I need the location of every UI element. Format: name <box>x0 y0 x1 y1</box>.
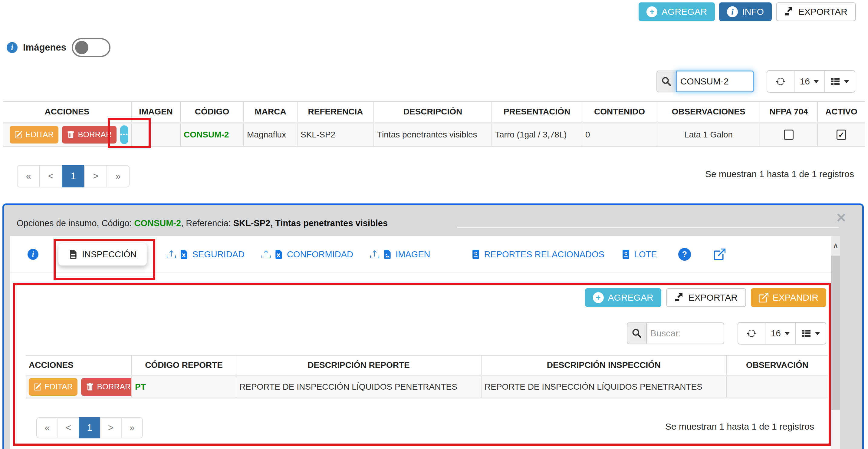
panel-title-middle: , Referencia: <box>181 218 233 228</box>
help-icon[interactable]: ? <box>678 248 691 261</box>
expand-icon <box>759 293 768 302</box>
activo-checkbox[interactable]: ✓ <box>837 129 846 140</box>
cell-imagen <box>131 123 180 146</box>
inner-records-summary: Se muestran 1 hasta 1 de 1 registros <box>665 421 814 432</box>
more-options-button[interactable]: ••• <box>120 125 128 144</box>
panel-tabs-row: i INSPECCIÓN <box>10 236 831 273</box>
inner-exportar-button[interactable]: EXPORTAR <box>666 288 746 307</box>
insumos-table: ACCIONES IMAGEN CÓDIGO MARCA REFERENCIA … <box>3 101 865 147</box>
ellipsis-icon: ••• <box>120 131 128 138</box>
panel-title-reference: SKL-SP2, Tintas penetrantes visibles <box>234 218 388 228</box>
cell-descripcion-inspeccion: REPORTE DE INSPECCIÓN LÍQUIDOS PENETRANT… <box>481 376 726 398</box>
exportar-label: EXPORTAR <box>798 7 847 17</box>
cell-marca: Magnaflux <box>244 123 297 146</box>
inner-agregar-label: AGREGAR <box>608 293 653 303</box>
inner-editar-button[interactable]: EDITAR <box>29 378 78 396</box>
main-pagination: « < 1 > » <box>17 165 129 187</box>
inner-toolbar: + AGREGAR EXPORTAR EXPANDIR <box>585 288 826 307</box>
inner-search-row: 16 <box>627 322 826 345</box>
panel-scrollbar[interactable]: ∧ <box>831 236 840 449</box>
export-icon <box>675 293 684 302</box>
nfpa-checkbox[interactable] <box>784 129 794 140</box>
tab-inspeccion[interactable]: INSPECCIÓN <box>58 243 147 266</box>
opciones-insumo-panel: Opciones de insumo, Código: CONSUM-2, Re… <box>2 204 864 449</box>
panel-body: i INSPECCIÓN <box>10 236 840 449</box>
upload-icon <box>167 249 176 259</box>
tab-reportes-relacionados[interactable]: REPORTES RELACIONADOS <box>471 249 604 260</box>
tab-seguridad-label: SEGURIDAD <box>192 249 244 260</box>
header-referencia: REFERENCIA <box>297 101 374 123</box>
tabs-info-icon[interactable]: i <box>28 249 38 260</box>
inner-refresh-button[interactable] <box>738 322 766 345</box>
editar-button[interactable]: EDITAR <box>10 126 58 144</box>
inner-page-size-dropdown[interactable]: 16 <box>765 322 796 345</box>
search-icon <box>661 77 671 86</box>
tab-seguridad[interactable]: SEGURIDAD <box>167 249 244 260</box>
inner-borrar-label: BORRAR <box>97 382 130 391</box>
inner-page-last-button[interactable]: » <box>121 417 143 439</box>
passport-icon <box>471 249 480 259</box>
columns-dropdown[interactable] <box>825 70 855 93</box>
plus-circle-icon: + <box>593 292 604 303</box>
info-button[interactable]: i INFO <box>719 2 772 21</box>
inner-table-row: EDITAR BORRAR PT REPORTE DE INSPECCIÓN L… <box>26 376 828 398</box>
header-observaciones: OBSERVACIONES <box>657 101 760 123</box>
plus-circle-icon: + <box>647 6 657 17</box>
header-marca: MARCA <box>244 101 297 123</box>
page-next-button[interactable]: > <box>84 165 107 187</box>
codigo-value: CONSUM-2 <box>184 130 229 139</box>
cell-activo: ✓ <box>817 123 865 146</box>
caret-down-icon <box>784 332 790 335</box>
inner-page-1-button[interactable]: 1 <box>79 417 100 439</box>
header-descripcion: DESCRIPCIÓN <box>374 101 492 123</box>
upload-icon <box>370 249 379 259</box>
header-contenido: CONTENIDO <box>582 101 657 123</box>
trash-icon <box>86 383 94 391</box>
main-search-row: 16 <box>656 70 855 93</box>
borrar-button[interactable]: BORRAR <box>62 126 116 144</box>
open-external-button[interactable] <box>714 248 725 260</box>
expandir-button[interactable]: EXPANDIR <box>751 288 826 307</box>
page-first-button[interactable]: « <box>17 165 40 187</box>
inner-exportar-label: EXPORTAR <box>688 293 738 303</box>
inner-borrar-button[interactable]: BORRAR <box>81 378 132 396</box>
tab-lote[interactable]: LOTE <box>621 249 657 260</box>
file-excel-icon <box>180 249 189 259</box>
images-toggle-switch[interactable] <box>72 38 111 57</box>
external-link-icon <box>714 248 725 260</box>
info-label: INFO <box>742 7 764 17</box>
exportar-button[interactable]: EXPORTAR <box>776 2 856 21</box>
panel-title-prefix: Opciones de insumo, Código: <box>17 218 134 228</box>
page-1-button[interactable]: 1 <box>62 165 85 187</box>
cell-descripcion: Tintas penetrantes visibles <box>374 123 492 146</box>
panel-title-code: CONSUM-2 <box>134 218 181 228</box>
inner-page-first-button[interactable]: « <box>36 417 58 439</box>
inner-columns-dropdown[interactable] <box>795 322 826 345</box>
inner-page-prev-button[interactable]: < <box>58 417 79 439</box>
caret-down-icon <box>813 80 819 83</box>
cell-observaciones: Lata 1 Galon <box>657 123 760 146</box>
top-toolbar: + AGREGAR i INFO EXPORTAR <box>639 2 856 21</box>
main-search-input[interactable] <box>676 70 754 92</box>
scrollbar-thumb[interactable] <box>831 256 840 410</box>
inner-agregar-button[interactable]: + AGREGAR <box>585 288 661 307</box>
page-size-dropdown[interactable]: 16 <box>794 70 825 93</box>
search-addon <box>656 70 676 92</box>
inner-table-header-row: ACCIONES CÓDIGO REPORTE DESCRIPCIÓN REPO… <box>26 355 828 376</box>
refresh-button[interactable] <box>767 70 795 93</box>
header-activo: ACTIVO <box>817 101 865 123</box>
cell-codigo: CONSUM-2 <box>180 123 244 146</box>
inner-search-input[interactable] <box>646 323 724 344</box>
images-label: Imágenes <box>23 42 66 53</box>
tab-conformidad[interactable]: CONFORMIDAD <box>261 249 353 260</box>
page-last-button[interactable]: » <box>106 165 129 187</box>
scroll-up-icon[interactable]: ∧ <box>831 236 840 255</box>
close-icon[interactable]: ✕ <box>836 212 846 224</box>
inner-page-next-button[interactable]: > <box>100 417 122 439</box>
file-image-icon <box>383 249 392 259</box>
document-icon <box>69 249 78 260</box>
page-prev-button[interactable]: < <box>39 165 62 187</box>
tab-imagen[interactable]: IMAGEN <box>370 249 430 260</box>
inner-pagination: « < 1 > » <box>36 417 143 439</box>
agregar-button[interactable]: + AGREGAR <box>639 2 715 21</box>
